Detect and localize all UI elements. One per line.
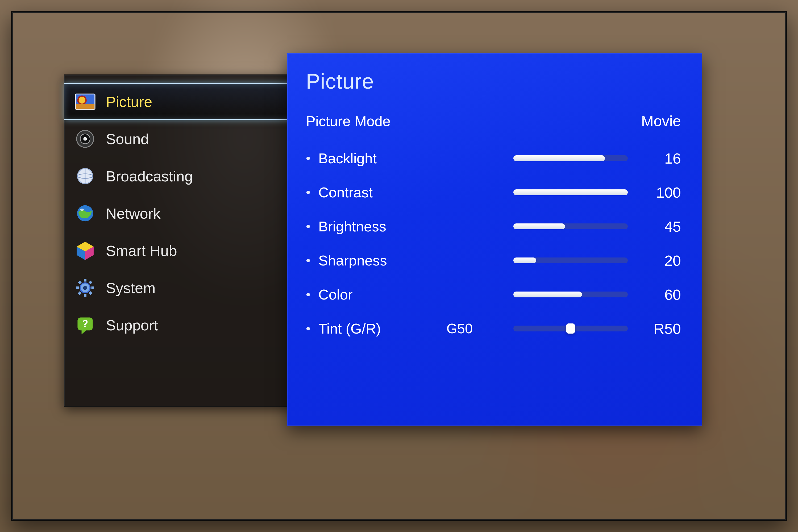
picture-mode-label: Picture Mode (306, 113, 391, 129)
sidebar-item-label: Broadcasting (106, 168, 193, 185)
setting-row-backlight[interactable]: •Backlight16 (306, 141, 681, 175)
setting-label: Sharpness (318, 252, 433, 269)
bullet-icon: • (306, 254, 310, 267)
svg-rect-4 (76, 104, 95, 109)
slider-fill (513, 291, 582, 298)
speaker-icon (74, 128, 96, 150)
svg-rect-19 (84, 294, 87, 297)
setting-slider-sharpness[interactable] (513, 258, 628, 263)
setting-label: Tint (G/R) (318, 320, 433, 337)
sidebar-item-label: Support (106, 317, 158, 334)
sidebar-item-smart-hub[interactable]: Smart Hub (64, 232, 303, 269)
bullet-icon: • (306, 288, 310, 301)
setting-value: R50 (641, 320, 681, 337)
globe-icon (74, 202, 96, 225)
cube-icon (74, 240, 96, 262)
sidebar-item-label: Network (106, 205, 160, 222)
sidebar-item-picture[interactable]: Picture (64, 83, 303, 120)
sidebar-item-label: Picture (106, 93, 152, 110)
gear-icon (74, 277, 96, 299)
setting-slider-brightness[interactable] (513, 224, 628, 229)
setting-row-color[interactable]: •Color60 (306, 278, 681, 311)
panel-title: Picture (306, 69, 681, 94)
svg-rect-18 (89, 291, 92, 295)
balloon-icon (74, 91, 96, 113)
sidebar-item-label: Sound (106, 130, 149, 148)
svg-text:?: ? (82, 318, 88, 329)
sidebar-item-label: System (106, 279, 156, 297)
setting-row-tint[interactable]: •Tint (G/R)G50R50 (306, 311, 681, 345)
settings-list: •Backlight16•Contrast100•Brightness45•Sh… (306, 141, 681, 345)
sidebar-item-label: Smart Hub (106, 242, 177, 259)
setting-slider-tint[interactable] (513, 326, 628, 331)
slider-thumb[interactable] (566, 323, 575, 334)
svg-point-7 (83, 137, 87, 140)
setting-slider-backlight[interactable] (513, 155, 628, 161)
setting-row-contrast[interactable]: •Contrast100 (306, 175, 681, 209)
bullet-icon: • (306, 186, 310, 199)
bullet-icon: • (306, 220, 310, 233)
bullet-icon: • (306, 152, 310, 165)
setting-value: 20 (641, 252, 681, 269)
setting-value: 100 (641, 184, 681, 201)
slider-fill (513, 258, 536, 263)
setting-row-brightness[interactable]: •Brightness45 (306, 209, 681, 243)
svg-rect-22 (78, 281, 82, 284)
sidebar-item-support[interactable]: ?Support (64, 306, 303, 344)
slider-fill (513, 155, 605, 161)
sidebar-item-sound[interactable]: Sound (64, 120, 303, 157)
setting-slider-contrast[interactable] (513, 189, 628, 195)
picture-mode-row[interactable]: Picture Mode Movie (306, 112, 681, 130)
picture-settings-panel: Picture Picture Mode Movie •Backlight16•… (287, 53, 702, 425)
setting-value: 60 (641, 286, 681, 303)
svg-point-25 (83, 286, 87, 290)
sidebar-item-network[interactable]: Network (64, 195, 303, 232)
setting-label: Color (318, 286, 433, 303)
slider-fill (513, 224, 565, 229)
svg-point-12 (80, 209, 84, 211)
setting-slider-color[interactable] (513, 291, 628, 298)
setting-value: 16 (641, 150, 681, 167)
bullet-icon: • (306, 322, 310, 335)
sidebar-item-system[interactable]: System (64, 269, 303, 306)
svg-rect-24 (89, 281, 92, 284)
setting-label: Backlight (318, 150, 433, 167)
setting-label: Brightness (318, 218, 433, 234)
svg-rect-21 (76, 286, 79, 289)
svg-rect-20 (78, 291, 82, 295)
svg-rect-17 (92, 286, 94, 289)
setting-row-sharpness[interactable]: •Sharpness20 (306, 243, 681, 278)
settings-sidebar: PictureSoundBroadcastingNetworkSmart Hub… (64, 75, 303, 407)
slider-fill (513, 189, 628, 195)
antenna-icon (74, 165, 96, 187)
question-icon: ? (74, 314, 96, 336)
setting-label: Contrast (318, 184, 433, 201)
svg-rect-23 (84, 279, 87, 281)
picture-mode-value: Movie (641, 112, 681, 130)
setting-value: 45 (641, 218, 681, 235)
setting-left-value: G50 (433, 321, 473, 337)
sidebar-item-broadcasting[interactable]: Broadcasting (64, 157, 303, 195)
